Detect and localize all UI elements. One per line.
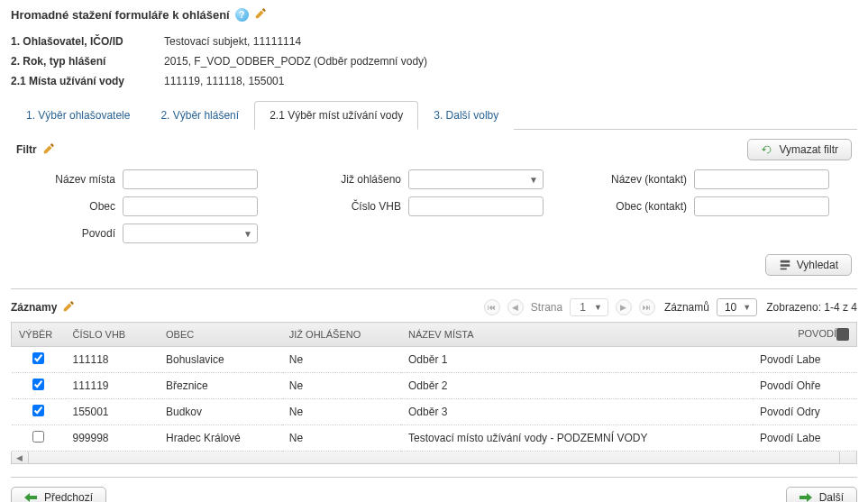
col-obec[interactable]: OBEC <box>159 323 282 347</box>
filter-help-icon[interactable] <box>42 142 55 158</box>
obec-kontakt-label: Obec (kontakt) <box>588 200 687 213</box>
records-help-icon[interactable] <box>62 300 75 315</box>
per-page-value: 10 <box>725 301 736 314</box>
col-jiz-ohlaseno[interactable]: JIŽ OHLÁŠENO <box>282 323 401 347</box>
col-povodi[interactable]: POVODÍ <box>753 323 857 347</box>
page-title-text: Hromadné stažení formuláře k ohlášení <box>11 8 230 22</box>
summary-label-1: 1. Ohlašovatel, IČO/ID <box>11 35 164 48</box>
cell-obec: Bohuslavice <box>159 347 282 373</box>
obec-input[interactable] <box>123 196 258 216</box>
edit-icon[interactable] <box>254 7 267 23</box>
filter-title: Filtr <box>16 143 37 156</box>
cell-jiz-ohlaseno: Ne <box>282 425 401 452</box>
nazev-kontakt-label: Název (kontakt) <box>588 173 687 186</box>
cell-obec: Březnice <box>159 373 282 399</box>
row-select-checkbox[interactable] <box>32 352 44 364</box>
cell-obec: Hradec Králové <box>159 425 282 452</box>
cell-jiz-ohlaseno: Ne <box>282 399 401 425</box>
povodi-select[interactable] <box>123 224 258 243</box>
tab-dalsi-volby[interactable]: 3. Další volby <box>418 101 514 130</box>
chevron-down-icon: ▼ <box>594 303 602 312</box>
pager-page-value: 1 <box>580 301 586 314</box>
col-nazev-mista[interactable]: NÁZEV MÍSTA <box>401 323 753 347</box>
obec-kontakt-input[interactable] <box>694 196 829 216</box>
tab-vyber-hlaseni[interactable]: 2. Výběr hlášení <box>145 101 254 130</box>
table-row: 111118BohuslaviceNeOdběr 1Povodí Labe <box>12 347 857 373</box>
page-title: Hromadné stažení formuláře k ohlášení ? <box>11 7 857 23</box>
next-button-label: Další <box>819 491 844 502</box>
cell-povodi: Povodí Odry <box>753 399 857 425</box>
cell-obec: Budkov <box>159 399 282 425</box>
summary: 1. Ohlašovatel, IČO/IDTestovací subjekt,… <box>11 32 857 91</box>
nazev-mista-input[interactable] <box>123 169 258 189</box>
cell-povodi: Povodí Labe <box>753 347 857 373</box>
cell-nazev-mista: Testovací místo užívání vody - PODZEMNÍ … <box>401 425 753 452</box>
scroll-left-icon: ◀ <box>16 453 23 462</box>
pager-last-button[interactable]: ⏭ <box>639 299 655 315</box>
cislo-vhb-label: Číslo VHB <box>302 200 401 213</box>
tabs: 1. Výběr ohlašovatele 2. Výběr hlášení 2… <box>11 100 857 130</box>
per-page-label: Záznamů <box>664 301 709 314</box>
povodi-label: Povodí <box>16 227 115 240</box>
table-row: 999998Hradec KrálovéNeTestovací místo už… <box>12 425 857 452</box>
pager-first-button[interactable]: ⏮ <box>484 299 500 315</box>
nazev-kontakt-input[interactable] <box>694 169 829 189</box>
arrow-right-icon <box>799 493 812 502</box>
tab-vyber-ohlasovatele[interactable]: 1. Výběr ohlašovatele <box>11 101 145 130</box>
pager-page-select[interactable]: 1 ▼ <box>570 298 608 316</box>
summary-value-1: Testovací subjekt, 11111114 <box>164 35 301 48</box>
scroll-right-icon: ▶ <box>845 453 852 462</box>
clear-filter-label: Vymazat filtr <box>779 143 838 156</box>
refresh-icon <box>761 143 773 156</box>
filter-panel: Filtr Vymazat filtr Název místa Již ohlá… <box>11 130 857 289</box>
pager-page-label: Strana <box>531 301 562 314</box>
cell-povodi: Povodí Labe <box>753 425 857 452</box>
records-title: Záznamy <box>11 301 57 314</box>
search-button-label: Vyhledat <box>797 259 838 271</box>
jiz-ohlaseno-select[interactable] <box>408 169 544 189</box>
col-cislo-vhb[interactable]: ČÍSLO VHB <box>66 323 159 347</box>
cell-nazev-mista: Odběr 3 <box>401 399 753 425</box>
tab-vyber-mist[interactable]: 2.1 Výběr míst užívání vody <box>254 101 418 130</box>
cell-jiz-ohlaseno: Ne <box>282 373 401 399</box>
help-icon[interactable]: ? <box>235 8 249 22</box>
per-page-select[interactable]: 10 ▼ <box>717 298 757 316</box>
nazev-mista-label: Název místa <box>16 173 115 186</box>
prev-button-label: Předchozí <box>44 491 93 502</box>
chevron-down-icon: ▼ <box>743 303 751 312</box>
cell-cislo-vhb: 999998 <box>66 425 159 452</box>
pager-next-button[interactable]: ▶ <box>616 299 632 315</box>
cell-cislo-vhb: 111119 <box>66 373 159 399</box>
cell-jiz-ohlaseno: Ne <box>282 347 401 373</box>
arrow-left-icon <box>24 493 37 502</box>
summary-value-3: 111119, 111118, 155001 <box>164 75 284 87</box>
cislo-vhb-input[interactable] <box>408 196 544 216</box>
col-vyber[interactable]: VÝBĚR <box>12 323 66 347</box>
records-table: VÝBĚR ČÍSLO VHB OBEC JIŽ OHLÁŠENO NÁZEV … <box>11 322 857 452</box>
pager: ⏮ ◀ Strana 1 ▼ ▶ ⏭ <box>484 298 655 316</box>
clear-filter-button[interactable]: Vymazat filtr <box>747 139 852 160</box>
summary-label-2: 2. Rok, typ hlášení <box>11 55 164 68</box>
summary-value-2: 2015, F_VOD_ODBER_PODZ (Odběr podzemní v… <box>164 55 427 68</box>
prev-button[interactable]: Předchozí <box>11 487 106 502</box>
shown-label: Zobrazeno: 1-4 z 4 <box>766 301 857 314</box>
next-button[interactable]: Další <box>786 487 857 502</box>
table-row: 155001BudkovNeOdběr 3Povodí Odry <box>12 399 857 425</box>
row-select-checkbox[interactable] <box>32 379 44 390</box>
cell-nazev-mista: Odběr 2 <box>401 373 753 399</box>
horizontal-scrollbar[interactable]: ◀ ▶ <box>11 452 857 464</box>
jiz-ohlaseno-label: Již ohlášeno <box>302 173 401 186</box>
cell-cislo-vhb: 155001 <box>66 399 159 425</box>
search-icon <box>779 259 791 271</box>
cell-nazev-mista: Odběr 1 <box>401 347 753 373</box>
pager-prev-button[interactable]: ◀ <box>507 299 524 315</box>
column-menu-icon[interactable] <box>836 328 849 341</box>
obec-label: Obec <box>16 200 115 213</box>
row-select-checkbox[interactable] <box>32 431 44 443</box>
summary-label-3: 2.1 Místa užívání vody <box>11 75 164 87</box>
cell-povodi: Povodí Ohře <box>753 373 857 399</box>
search-button[interactable]: Vyhledat <box>765 254 852 276</box>
cell-cislo-vhb: 111118 <box>66 347 159 373</box>
table-row: 111119BřezniceNeOdběr 2Povodí Ohře <box>12 373 857 399</box>
row-select-checkbox[interactable] <box>32 405 44 416</box>
